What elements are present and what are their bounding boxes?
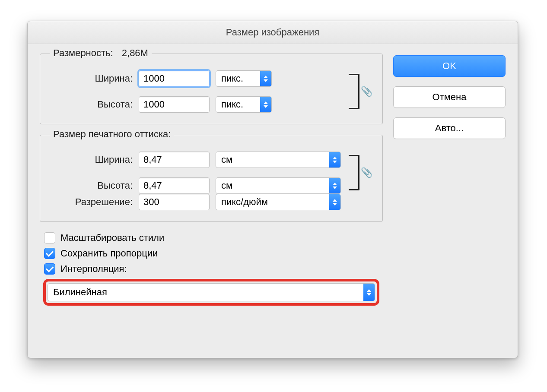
doc-height-label: Высота: [51,180,133,191]
px-width-input[interactable] [139,70,210,87]
doc-height-input[interactable] [139,177,210,194]
scale-styles-label: Масштабировать стили [60,232,164,243]
left-column: Размерность: 2,86M Ширина: пикс. [40,54,383,306]
chevron-updown-icon [329,194,340,210]
dialog-content: Размерность: 2,86M Ширина: пикс. [28,44,518,316]
px-width-unit-value: пикс. [216,73,260,84]
resample-row[interactable]: Интерполяция: [44,263,383,275]
doc-width-input[interactable] [139,152,210,168]
px-width-unit-select[interactable]: пикс. [216,70,272,87]
document-size-legend: Размер печатного оттиска: [50,129,174,140]
pixel-dimensions-legend: Размерность: 2,86M [50,47,152,59]
resolution-label: Разрешение: [51,196,133,208]
px-height-input[interactable] [139,96,210,113]
pixel-dimensions-group: Размерность: 2,86M Ширина: пикс. [40,54,383,124]
document-size-group: Размер печатного оттиска: Ширина: см [40,135,383,222]
link-icon: 📎 [361,167,372,178]
cancel-button[interactable]: Отмена [393,86,506,108]
doc-height-unit-select[interactable]: см [216,177,341,194]
px-height-label: Высота: [51,99,133,110]
interpolation-value: Билинейная [48,287,363,298]
constrain-checkbox[interactable] [44,248,55,259]
right-column: OK Отмена Авто... [393,54,506,306]
scale-styles-checkbox[interactable] [44,232,55,243]
pixel-dimensions-label: Размерность: [53,47,113,58]
doc-width-unit-value: см [216,154,329,165]
doc-height-unit-value: см [216,180,329,191]
pixel-dimensions-size: 2,86M [122,47,148,58]
chevron-updown-icon [260,97,271,112]
doc-link-indicator: 📎 [349,152,372,194]
doc-width-label: Ширина: [51,154,133,165]
resample-checkbox[interactable] [44,263,55,275]
chevron-updown-icon [363,284,375,301]
px-link-indicator: 📎 [349,70,372,113]
interpolation-highlight: Билинейная [43,279,379,306]
resolution-unit-select[interactable]: пикс/дюйм [216,194,341,210]
link-icon: 📎 [361,86,372,97]
chevron-updown-icon [260,71,271,86]
px-width-label: Ширина: [51,73,133,84]
auto-button[interactable]: Авто... [393,117,506,139]
scale-styles-row[interactable]: Масштабировать стили [44,232,383,243]
resolution-unit-value: пикс/дюйм [216,196,329,208]
dialog-title: Размер изображения [28,21,518,44]
chevron-updown-icon [329,178,340,193]
px-height-unit-select[interactable]: пикс. [216,96,272,113]
interpolation-select[interactable]: Билинейная [48,283,375,301]
resolution-input[interactable] [139,194,210,210]
doc-width-unit-select[interactable]: см [216,152,341,168]
chevron-updown-icon [329,152,340,168]
ok-button[interactable]: OK [393,55,506,77]
constrain-label: Сохранить пропорции [60,248,158,259]
px-height-unit-value: пикс. [216,99,260,110]
constrain-row[interactable]: Сохранить пропорции [44,248,383,259]
resample-label: Интерполяция: [60,263,127,275]
image-size-dialog: Размер изображения Размерность: 2,86M Ши… [27,21,518,358]
